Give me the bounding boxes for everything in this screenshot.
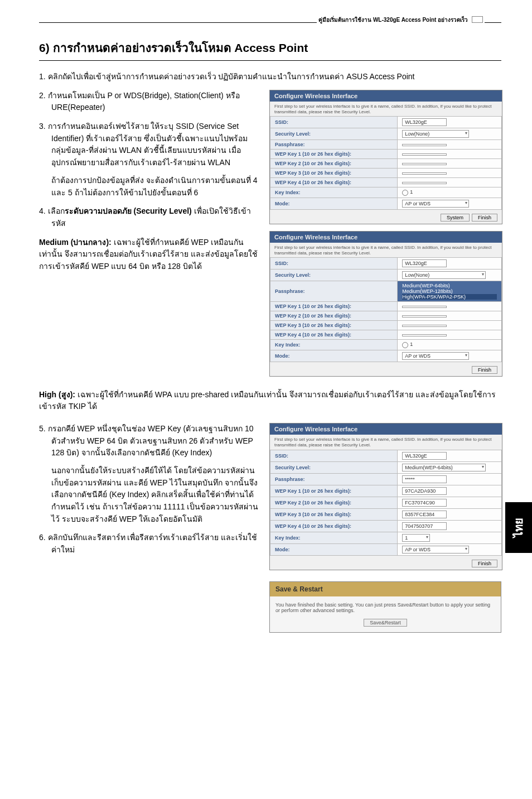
panel1-pass-label: Passphrase: [270,140,398,150]
panel2-pass-label: Passphrase: [270,281,398,302]
panel1-k2-input[interactable] [402,163,447,165]
save-panel-title: Save & Restart [270,582,501,596]
panel2-sec-opt2[interactable]: Medium(WEP-128bits) [402,288,497,294]
panel1-desc: First step to set your wireless interfac… [270,102,502,117]
panel3-k2-label: WEP Key 2 (10 or 26 hex digits): [270,497,398,508]
panel3-pass-input[interactable]: ***** [402,475,447,483]
panel2-mode-label: Mode: [270,350,398,362]
step-2: 2. กำหนดโหมดเป็น P or WDS(Bridge), Stati… [39,90,259,114]
panel1-mode-select[interactable]: AP or WDS [402,200,469,208]
medium-paragraph: Medium (ปานกลาง): เฉพาะผู้ใช้ที่กำหนดคีย… [39,237,259,273]
step-3-text: 3. การกำหนดอินเตอร์เฟซไร้สาย ให้ระบุ SSI… [39,122,248,167]
panel1-idx-label: Key Index: [270,187,398,198]
step-5b: นอกจากนั้นยังให้ระบบสร้างคีย์ให้ได้ โดยใ… [51,465,259,525]
panel2-finish-button[interactable]: Finish [472,366,497,374]
config-panel-1: Configure Wireless Interface First step … [269,90,502,224]
panel3-title: Configure Wireless Interface [270,423,502,435]
panel2-title: Configure Wireless Interface [270,232,502,243]
panel1-k3-input[interactable] [402,172,447,175]
panel1-k1-input[interactable] [402,153,447,156]
panel2-k3-input[interactable] [402,325,447,327]
panel2-ssid-input[interactable]: WL320gE [402,259,447,267]
step-5: 5. กรอกคีย์ WEP หนึ่งชุดในช่อง WEP Key (… [39,423,259,526]
panel3-idx-label: Key Index: [270,532,398,543]
title-rule [39,60,501,61]
panel3-pass-label: Passphrase: [270,473,398,485]
panel1-ssid-input[interactable]: WL320gE [402,118,447,126]
save-restart-panel: Save & Restart You have finished the bas… [269,581,501,633]
header-icon [472,16,483,23]
panel1-idx-val: 1 [410,189,413,195]
panel1-sec-label: Security Level: [270,128,398,140]
language-side-tab: ไทย [505,502,532,553]
panel2-ssid-label: SSID: [270,258,398,269]
panel2-mode-select[interactable]: AP or WDS [402,352,469,360]
save-panel-body: You have finished the basic setting. You… [275,602,495,613]
panel2-k1-label: WEP Key 1 (10 or 26 hex digits): [270,302,398,311]
panel1-title: Configure Wireless Interface [270,90,502,102]
panel3-mode-select[interactable]: AP or WDS [402,546,469,553]
panel1-k4-input[interactable] [402,182,447,184]
step-3: 3. การกำหนดอินเตอร์เฟซไร้สาย ให้ระบุ SSI… [39,121,259,199]
medium-heading: Medium (ปานกลาง): [39,238,114,247]
panel3-ssid-input[interactable]: WL320gE [402,452,447,460]
panel3-sec-select[interactable]: Medium(WEP-64bits) [402,464,486,471]
panel3-idx-select[interactable]: 1 [402,534,430,542]
panel1-mode-label: Mode: [270,198,398,209]
panel3-k4-input[interactable]: 7047503707 [402,522,447,530]
panel3-ssid-label: SSID: [270,450,398,461]
panel3-k3-input[interactable]: 8357FCE384 [402,511,447,518]
panel2-idx-val: 1 [410,341,413,347]
panel2-k4-input[interactable] [402,334,447,336]
high-text: เฉพาะผู้ใช้ที่กำหนดคีย์ WPA แบบ pre-shar… [39,390,496,411]
save-restart-button[interactable]: Save&Restart [364,619,407,627]
config-panel-3: Configure Wireless Interface First step … [269,423,502,570]
panel1-pass-input[interactable] [402,144,447,146]
panel2-k1-input[interactable] [402,306,447,308]
panel3-mode-label: Mode: [270,543,398,555]
panel2-desc: First step to set your wireless interfac… [270,243,502,258]
panel2-k2-input[interactable] [402,315,447,317]
panel1-k2-label: WEP Key 2 (10 or 26 hex digits): [270,159,398,169]
panel1-sec-select[interactable]: Low(None) [402,130,469,138]
step-5-text: 5. กรอกคีย์ WEP หนึ่งชุดในช่อง WEP Key (… [39,424,254,457]
panel3-k1-label: WEP Key 1 (10 or 26 hex digits): [270,485,398,497]
panel3-k2-input[interactable]: FC37074C90 [402,499,447,507]
panel1-ssid-label: SSID: [270,117,398,128]
panel1-idx-radio[interactable] [402,190,408,196]
panel2-idx-label: Key Index: [270,340,398,350]
panel3-k3-label: WEP Key 3 (10 or 26 hex digits): [270,508,398,520]
high-heading: High (สูง): [39,390,78,399]
panel2-k3-label: WEP Key 3 (10 or 26 hex digits): [270,321,398,330]
high-paragraph: High (สูง): เฉพาะผู้ใช้ที่กำหนดคีย์ WPA … [39,389,501,413]
step-1: 1. คลิกถัดไปเพื่อเข้าสู่หน้าการกำหนดค่าอ… [39,71,501,83]
header-doc-title: คู่มือเริ่มต้นการใช้งาน WL-320gE Access … [317,16,485,24]
panel2-sec-select[interactable]: Low(None) [402,271,486,279]
step-3b: ถ้าต้องการปกป้องข้อมูลที่ส่ง จะต้องดำเนิ… [51,175,259,199]
step-6: 6. คลิกบันทึกและรีสตาร์ท เพื่อรีสตาร์ทเร… [39,532,259,556]
panel3-k4-label: WEP Key 4 (10 or 26 hex digits): [270,520,398,532]
panel2-sec-label: Security Level: [270,269,398,281]
panel2-sec-opt1[interactable]: Medium(WEP-64bits) [402,283,497,288]
config-panel-2: Configure Wireless Interface First step … [269,231,502,377]
panel3-sec-label: Security Level: [270,461,398,473]
panel3-finish-button[interactable]: Finish [472,560,497,567]
header-rule: คู่มือเริ่มต้นการใช้งาน WL-320gE Access … [39,22,501,23]
panel3-k1-input[interactable]: 97CA2DA930 [402,487,447,495]
panel1-k4-label: WEP Key 4 (10 or 26 hex digits): [270,178,398,187]
panel1-finish-button[interactable]: Finish [472,214,497,222]
panel1-k3-label: WEP Key 3 (10 or 26 hex digits): [270,169,398,178]
panel3-desc: First step to set your wireless interfac… [270,435,502,450]
panel2-k2-label: WEP Key 2 (10 or 26 hex digits): [270,311,398,321]
panel1-k1-label: WEP Key 1 (10 or 26 hex digits): [270,150,398,159]
panel2-idx-radio[interactable] [402,342,408,348]
header-doc-title-text: คู่มือเริ่มต้นการใช้งาน WL-320gE Access … [318,17,468,23]
section-title: 6) การกำหนดค่าอย่างรวดเร็วในโหมด Access … [39,38,501,57]
panel2-k4-label: WEP Key 4 (10 or 26 hex digits): [270,330,398,340]
panel2-sec-opt3[interactable]: High(WPA-PSK/WPA2-PSK) [402,294,497,300]
panel1-system-button[interactable]: System [441,214,470,222]
step-4: 4. เลือกระดับความปลอดภัย (Security Level… [39,205,259,229]
